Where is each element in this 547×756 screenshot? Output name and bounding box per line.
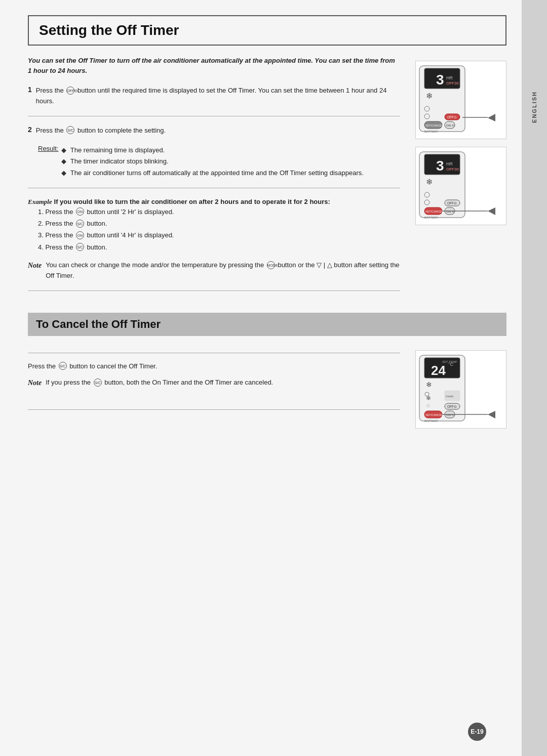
section2-content: Press the S/C button to cancel the Off T… [0,336,522,429]
note-2-label: Note [28,377,42,389]
step-1-text: Press the OFF/D button until the require… [36,86,400,107]
svg-text:24: 24 [431,363,446,378]
remote-svg-2: 3 HR OFF30 ❄ SET/CANCEL ON ⊙ [417,149,505,223]
example-steps: 1. Press the ON button until '2 Hr' is d… [38,206,400,254]
divider-1 [28,116,400,116]
set-cancel-button-icon-1: S/C [66,126,74,134]
main-content: Setting the Off Timer You can set the Of… [0,0,522,756]
svg-text:mode: mode [446,395,454,398]
page-number: E-19 [468,723,486,741]
step-1-number: 1 [28,86,32,94]
svg-text:ON ⊙: ON ⊙ [446,413,454,416]
divider-3 [28,290,400,291]
step-1: 1 Press the OFF/D button until the requi… [28,86,400,107]
svg-text:3: 3 [436,158,444,174]
example-step-3: 3. Press the ON button until '4 Hr' is d… [38,229,400,241]
example-description: If you would like to turn the air condit… [54,198,330,205]
mode-button-icon: MODE [267,261,275,269]
svg-text:HR: HR [446,161,453,166]
svg-text:❄: ❄ [426,178,433,186]
svg-text:OFF⊙: OFF⊙ [447,405,457,408]
note-1-label: Note [28,260,42,271]
divider-5 [28,409,400,410]
section2-left: Press the S/C button to cancel the Off T… [0,336,410,429]
on-button-icon-2: ON [76,231,84,239]
example-step-4: 4. Press the S/C button. [38,241,400,253]
svg-text:HR: HR [446,75,453,80]
example-label: Example [28,198,52,205]
step-2: 2 Press the S/C button to complete the s… [28,125,400,136]
svg-text:ON ⊙: ON ⊙ [446,124,454,127]
note-1-text: You can check or change the mode and/or … [46,260,400,281]
result-block: Result: ◆ The remaining time is displaye… [38,145,400,178]
svg-text:❄: ❄ [426,381,432,389]
example-block: Example If you would like to turn the ai… [28,197,400,254]
svg-text:BATTERY: BATTERY [424,216,438,219]
page-title: Setting the Off Timer [39,22,495,38]
left-text-column: You can set the Off Timer to turn off th… [0,56,410,300]
page-container: Setting the Off Timer You can set the Of… [0,0,547,756]
divider-4 [28,353,400,353]
divider-2 [28,188,400,188]
example-step-1: 1. Press the ON button until '2 Hr' is d… [38,206,400,218]
svg-text:☆: ☆ [426,403,431,408]
set-cancel-button-icon-3: S/C [76,243,84,251]
off-timer-button-icon: OFF/D [66,87,74,95]
svg-marker-52 [488,411,495,418]
remote-image-1: 3 HR OFF30 ❄ SET/CANCEL ON ⊙ [415,61,506,139]
svg-text:3: 3 [436,72,444,88]
section2-title: To Cancel the Off Timer [36,318,498,331]
set-cancel-button-icon-cancel: S/C [59,362,67,370]
svg-text:°C: °C [448,362,454,367]
result-label: Result: [38,145,58,152]
remote-image-3: SET TEMP 24 °C ❄ ❄ ☆ mode [415,350,506,429]
right-sidebar: ENGLISH [522,0,547,756]
svg-text:OFF⊙: OFF⊙ [447,115,457,119]
on-button-icon-1: ON [76,207,84,216]
remote-svg-3: SET TEMP 24 °C ❄ ❄ ☆ mode [417,353,505,426]
title-box: Setting the Off Timer [28,15,506,46]
step-2-text: Press the S/C button to complete the set… [36,125,400,136]
result-items: ◆ The remaining time is displayed. ◆ The… [61,145,363,178]
svg-marker-32 [488,207,495,215]
svg-text:BATTERY: BATTERY [424,419,438,423]
svg-marker-15 [488,114,495,121]
svg-text:SET/CANCEL: SET/CANCEL [425,124,443,127]
set-cancel-button-icon-2: S/C [76,220,84,228]
example-title-line: Example If you would like to turn the ai… [28,197,400,206]
svg-text:ON ⊙: ON ⊙ [446,210,454,213]
note-2: Note If you press the S/C button, both t… [28,377,400,389]
english-label: ENGLISH [531,91,537,123]
svg-text:SET/CANCEL: SET/CANCEL [425,210,443,213]
content-area: You can set the Off Timer to turn off th… [0,56,522,300]
svg-text:SET/CANCEL: SET/CANCEL [425,413,443,416]
section2-title-box: To Cancel the Off Timer [28,313,506,336]
svg-text:BATTERY: BATTERY [424,130,438,133]
step-2-number: 2 [28,125,32,134]
note-2-text: If you press the S/C button, both the On… [46,377,273,388]
remote-image-2: 3 HR OFF30 ❄ SET/CANCEL ON ⊙ [415,147,506,225]
remote-svg-1: 3 HR OFF30 ❄ SET/CANCEL ON ⊙ [417,63,505,137]
svg-text:❄: ❄ [426,92,433,100]
section2-right: SET TEMP 24 °C ❄ ❄ ☆ mode [410,336,522,429]
result-item-1: ◆ The remaining time is displayed. [61,145,363,156]
result-item-2: ◆ The timer indicator stops blinking. [61,156,363,167]
intro-text: You can set the Off Timer to turn off th… [28,56,400,75]
cancel-step: Press the S/C button to cancel the Off T… [28,362,400,371]
svg-text:OFF30: OFF30 [446,167,459,172]
svg-text:OFF⊙: OFF⊙ [447,201,457,205]
note-1: Note You can check or change the mode an… [28,260,400,281]
example-step-2: 2. Press the S/C button. [38,218,400,229]
right-images-top: 3 HR OFF30 ❄ SET/CANCEL ON ⊙ [410,56,522,300]
svg-text:OFF30: OFF30 [446,81,459,86]
result-item-3: ◆ The air conditioner turns off automati… [61,167,363,179]
set-cancel-button-icon-note2: S/C [94,379,102,387]
svg-text:❄: ❄ [426,395,431,402]
